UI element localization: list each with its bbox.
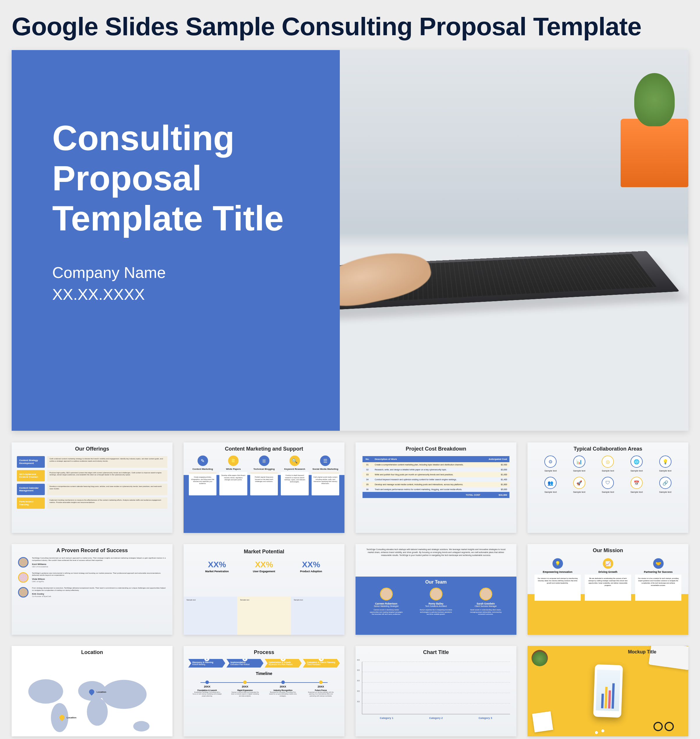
partner-icon: 🤝 — [653, 558, 664, 569]
offering-label: SEO-Optimized Content Creation — [17, 470, 45, 481]
sample-label: Sample text — [568, 491, 591, 493]
thumb-cost-breakdown[interactable]: Project Cost Breakdown No.Description of… — [356, 442, 516, 533]
testimonial: TechEdge's guidance was instrumental in … — [32, 572, 166, 577]
sample-label: Sample text — [596, 470, 619, 472]
timeline-heading: Industry Recognition — [269, 689, 298, 691]
step-sub: Expansion into New Markets — [269, 663, 300, 665]
category-label: Category 1 — [380, 717, 394, 720]
timeline-desc: Opened a second office and expanded the … — [231, 691, 260, 697]
avatar — [18, 587, 28, 598]
mission-desc: We are dedicated to accelerating the suc… — [585, 574, 631, 601]
metric-desc: Sample text — [291, 597, 344, 603]
glasses-icon — [653, 722, 679, 731]
slide-title: Content Marketing and Support — [184, 442, 344, 454]
y-tick: XX — [357, 690, 360, 692]
person-name: Kent Williams — [32, 563, 166, 566]
thumb-mockup[interactable]: Mockup Title — [528, 646, 688, 736]
slide-title: Our Offerings — [12, 442, 172, 454]
svg-point-0 — [28, 679, 63, 704]
hero-overlay: Consulting Proposal Template Title Compa… — [12, 50, 340, 431]
slide-title: Our Mission — [528, 544, 688, 556]
thumb-location[interactable]: Location Location — [12, 646, 172, 736]
thumb-process[interactable]: Process 1Discovery & PlanningKickoff Mee… — [184, 646, 344, 736]
slide-title: A Proven Record of Success — [12, 544, 172, 556]
avatar — [18, 557, 28, 568]
step-sub: Kickoff Meeting — [192, 663, 224, 665]
search-icon: 🔍 — [290, 455, 300, 466]
offering-label: Content Strategy Development — [17, 456, 45, 467]
table-row: 03Write and publish four blog posts per … — [363, 472, 509, 477]
sample-label: Sample text — [539, 470, 562, 472]
table-row: 01Create a comprehensive content marketi… — [363, 462, 509, 467]
avatar — [380, 587, 393, 601]
person-role: Tech Solutions Architect — [419, 605, 454, 607]
globe-icon: 🌐 — [631, 455, 643, 468]
person-desc: Sarah excels in understanding client nee… — [468, 609, 503, 615]
person-role: Senior Marketing Strategist — [369, 605, 404, 607]
person-desc: Carmen excels in identifying market oppo… — [369, 609, 404, 615]
mockup-title: Mockup Title — [628, 649, 657, 655]
thumb-proven-record[interactable]: A Proven Record of Success TechEdge Cons… — [12, 544, 172, 634]
hero-slide: Consulting Proposal Template Title Compa… — [12, 50, 688, 431]
thumb-chart[interactable]: Chart Title XX XX XX XX XX Category 1Cat… — [356, 646, 516, 736]
mission-name: Driving Growth — [585, 570, 631, 573]
slide-title: Market Potential — [184, 545, 344, 557]
table-row: 02Research, write, and design a detailed… — [363, 467, 509, 472]
page-title: Google Slides Sample Consulting Proposal… — [12, 12, 688, 41]
svg-point-3 — [87, 698, 108, 726]
slide-title: Location — [12, 646, 172, 658]
col-name: Technical Blogging — [250, 468, 278, 470]
thumb-content-marketing[interactable]: Content Marketing and Support ✎Content M… — [184, 442, 344, 533]
people-icon: 👥 — [544, 477, 557, 489]
table-row: 04Conduct keyword research and optimize … — [363, 477, 509, 482]
thumb-mission[interactable]: Our Mission 💡Empowering InnovationOur mi… — [528, 544, 688, 634]
sample-label: Sample text — [625, 470, 648, 472]
company-name: Company Name — [52, 262, 306, 284]
world-map: Location Location — [18, 668, 167, 736]
col-name: Keyword Research — [281, 468, 309, 470]
category-label: Category 2 — [429, 717, 443, 720]
step-sub: Execution Plan Rollout — [231, 663, 262, 665]
table-row: 05Develop and manage social media conten… — [363, 482, 509, 487]
timeline-year: 20XX — [193, 685, 222, 688]
template-preview: Google Slides Sample Consulting Proposal… — [12, 12, 688, 736]
sample-label: Sample text — [654, 470, 677, 472]
chart-icon: 📊 — [573, 455, 585, 468]
pin-label: Location — [97, 691, 106, 693]
metric-name: Product Adoption — [289, 570, 333, 573]
timeline-desc: Established TechEdge Consulting with a f… — [193, 691, 222, 697]
doc-icon: 🗎 — [228, 455, 238, 466]
timeline-desc: Received the Innovative Consulting Firm … — [269, 691, 298, 697]
sample-label: Sample text — [596, 491, 619, 493]
col-desc: Craft original social media content incl… — [312, 472, 339, 495]
person-name: Sarah Goodwin — [468, 602, 503, 605]
person-role: CEO of InnovateHub — [32, 566, 166, 568]
thumb-market-potential[interactable]: Market Potential XX%Market Penetration X… — [184, 544, 344, 634]
team-heading: Our Team — [361, 580, 510, 585]
percent: XX% — [195, 560, 239, 569]
sample-label: Sample text — [568, 470, 591, 472]
col-name: Social Media Marketing — [312, 468, 339, 470]
thumb-collaboration[interactable]: Typical Collaboration Areas ⚙Sample text… — [528, 442, 688, 533]
avatar — [430, 587, 443, 601]
table-total: TOTAL COST$16,300 — [363, 492, 509, 498]
calendar-icon: 📅 — [631, 477, 643, 489]
metric-name: Market Penetration — [195, 570, 239, 573]
sample-label: Sample text — [539, 491, 562, 493]
thumb-team[interactable]: TechEdge Consulting elevates tech startu… — [356, 544, 516, 634]
col-desc: Conduct in-depth keyword research to imp… — [281, 472, 309, 495]
table-row: 06Track and analyze performance metrics … — [363, 487, 509, 492]
offering-text: Produce high-quality, SEO-optimized cont… — [47, 470, 167, 481]
offering-label: Performance Tracking — [17, 498, 45, 509]
timeline-year: 20XX — [269, 685, 298, 688]
table-header: No.Description of WorkAnticipated Cost — [363, 456, 509, 462]
person-name: Romy Bailey — [419, 602, 454, 605]
timeline-dot — [205, 680, 209, 684]
y-tick: XX — [357, 669, 360, 671]
thumb-offerings[interactable]: Our Offerings Content Strategy Developme… — [12, 442, 172, 533]
col-desc: Publish regular blog posts focused on th… — [250, 472, 278, 495]
offering-text: Develop a comprehensive content calendar… — [47, 484, 167, 495]
cactus-icon — [634, 73, 675, 126]
plant-pot — [621, 119, 688, 187]
person-role: Client Success Manager — [468, 605, 503, 607]
